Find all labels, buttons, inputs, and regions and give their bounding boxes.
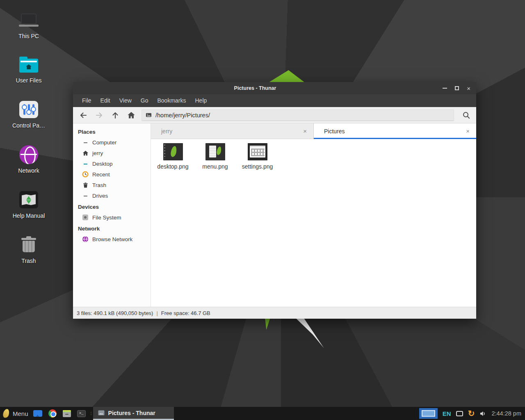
sidebar-item-jerry[interactable]: jerry bbox=[73, 148, 151, 158]
file-name: desktop.png bbox=[157, 163, 188, 170]
menu-go[interactable]: Go bbox=[136, 94, 153, 107]
tab-close-icon[interactable]: × bbox=[303, 128, 307, 134]
sidebar: Places Computer jerry Desktop Recent Tra… bbox=[73, 123, 151, 307]
sidebar-item-browse-network[interactable]: Browse Network bbox=[73, 234, 151, 244]
drives-icon bbox=[82, 192, 89, 199]
drive-icon bbox=[82, 214, 89, 221]
menu-bookmarks[interactable]: Bookmarks bbox=[153, 94, 190, 107]
volume-icon[interactable] bbox=[479, 411, 486, 417]
home-folder-icon bbox=[19, 59, 38, 73]
statusbar: 3 files: 490.1 kB (490,050 bytes) | Free… bbox=[73, 307, 476, 319]
titlebar[interactable]: Pictures - Thunar × bbox=[73, 82, 476, 94]
workspace-1 bbox=[422, 410, 435, 417]
desktop-icon-network[interactable]: Network bbox=[4, 144, 53, 174]
archive-launcher-icon[interactable] bbox=[63, 410, 71, 417]
sidebar-header-places: Places bbox=[73, 126, 151, 137]
desktop-icon-label: User Files bbox=[16, 77, 41, 84]
file-name: settings.png bbox=[242, 163, 273, 170]
tab-pictures[interactable]: Pictures × bbox=[314, 123, 476, 139]
file-view: desktop.png menu.png settings.png bbox=[151, 139, 476, 307]
panel-handle[interactable]: ⁞ bbox=[89, 411, 93, 415]
desktop-icon-label: Control Pa… bbox=[12, 122, 45, 129]
network-globe-icon bbox=[82, 236, 89, 242]
recent-clock-icon bbox=[82, 171, 89, 178]
menu-file[interactable]: File bbox=[78, 94, 96, 107]
menu-edit[interactable]: Edit bbox=[96, 94, 115, 107]
home-button[interactable] bbox=[123, 109, 139, 122]
sidebar-header-network: Network bbox=[73, 223, 151, 234]
sidebar-item-recent[interactable]: Recent bbox=[73, 169, 151, 180]
desktop-icon bbox=[82, 160, 89, 167]
laptop-icon bbox=[19, 14, 39, 27]
free-space: Free space: 46.7 GB bbox=[161, 310, 210, 316]
file-desktop-png[interactable]: desktop.png bbox=[152, 143, 194, 170]
globe-icon bbox=[19, 145, 38, 164]
menubar: File Edit View Go Bookmarks Help bbox=[73, 94, 476, 107]
trash-icon bbox=[21, 238, 36, 252]
update-notifier-icon[interactable]: ↻ bbox=[468, 409, 475, 418]
keyboard-layout-indicator[interactable]: EN bbox=[443, 410, 451, 417]
image-file-icon bbox=[146, 112, 152, 118]
thunar-window: Pictures - Thunar × File Edit View Go Bo… bbox=[73, 82, 476, 319]
sliders-icon bbox=[19, 101, 38, 118]
desktop-icon-label: Trash bbox=[21, 258, 36, 264]
up-button[interactable] bbox=[107, 109, 123, 122]
files-summary: 3 files: 490.1 kB (490,050 bytes) bbox=[77, 310, 153, 316]
file-menu-png[interactable]: menu.png bbox=[194, 143, 236, 170]
home-icon bbox=[82, 150, 89, 156]
desktop-icon-control-panel[interactable]: Control Pa… bbox=[4, 99, 53, 129]
workspace-switcher[interactable] bbox=[419, 408, 438, 419]
maximize-button[interactable] bbox=[455, 86, 459, 90]
desktop-icon-trash[interactable]: Trash bbox=[4, 235, 53, 264]
desktop-icon-label: This PC bbox=[18, 33, 39, 39]
tab-label: jerry bbox=[161, 128, 172, 135]
system-tray: EN ↻ 2:44:28 pm bbox=[419, 407, 525, 420]
forward-arrow-icon bbox=[95, 111, 103, 119]
task-button-thunar[interactable]: Pictures - Thunar bbox=[93, 407, 174, 420]
menu-view[interactable]: View bbox=[115, 94, 136, 107]
path-text: /home/jerry/Pictures/ bbox=[155, 112, 210, 119]
close-button[interactable]: × bbox=[467, 85, 470, 91]
home-icon bbox=[127, 111, 135, 119]
up-arrow-icon bbox=[111, 111, 119, 119]
file-settings-png[interactable]: settings.png bbox=[236, 143, 278, 170]
sidebar-item-trash[interactable]: Trash bbox=[73, 180, 151, 190]
tab-close-icon[interactable]: × bbox=[466, 128, 470, 134]
task-button-label: Pictures - Thunar bbox=[108, 410, 155, 416]
desktop-icon-this-pc[interactable]: This PC bbox=[4, 10, 53, 39]
sidebar-item-desktop[interactable]: Desktop bbox=[73, 158, 151, 169]
forward-button[interactable] bbox=[91, 109, 107, 122]
statusbar-separator: | bbox=[156, 310, 158, 316]
display-tray-icon[interactable] bbox=[456, 411, 463, 416]
image-thumbnail bbox=[163, 143, 183, 160]
sidebar-item-drives[interactable]: Drives bbox=[73, 190, 151, 201]
path-bar[interactable]: /home/jerry/Pictures/ bbox=[142, 110, 454, 121]
desktop-icon-label: Help Manual bbox=[13, 212, 45, 219]
tab-label: Pictures bbox=[324, 128, 345, 135]
minimize-button[interactable] bbox=[443, 88, 447, 89]
search-icon bbox=[462, 111, 470, 119]
back-arrow-icon bbox=[79, 111, 87, 119]
menu-help[interactable]: Help bbox=[191, 94, 212, 107]
window-title: Pictures - Thunar bbox=[73, 82, 437, 94]
desktop-icon-help-manual[interactable]: Help Manual bbox=[4, 189, 53, 219]
image-thumbnail bbox=[248, 143, 267, 160]
sidebar-item-file-system[interactable]: File System bbox=[73, 212, 151, 223]
sidebar-header-devices: Devices bbox=[73, 201, 151, 212]
menu-button-label: Menu bbox=[13, 410, 28, 417]
clock[interactable]: 2:44:28 pm bbox=[491, 410, 521, 417]
map-icon bbox=[19, 191, 38, 208]
computer-icon bbox=[82, 139, 89, 146]
terminal-launcher-icon[interactable]: >_ bbox=[77, 410, 86, 417]
file-name: menu.png bbox=[202, 163, 228, 170]
back-button[interactable] bbox=[75, 109, 91, 122]
image-thumbnail bbox=[205, 143, 225, 160]
file-manager-launcher-icon[interactable] bbox=[33, 410, 42, 417]
chrome-launcher-icon[interactable] bbox=[48, 409, 57, 418]
tab-jerry[interactable]: jerry × bbox=[151, 123, 314, 139]
desktop-icon-user-files[interactable]: User Files bbox=[4, 54, 53, 84]
search-button[interactable] bbox=[458, 109, 474, 122]
desktop-icon-label: Network bbox=[18, 167, 39, 174]
applications-menu-button[interactable]: Menu bbox=[0, 407, 32, 420]
sidebar-item-computer[interactable]: Computer bbox=[73, 137, 151, 148]
